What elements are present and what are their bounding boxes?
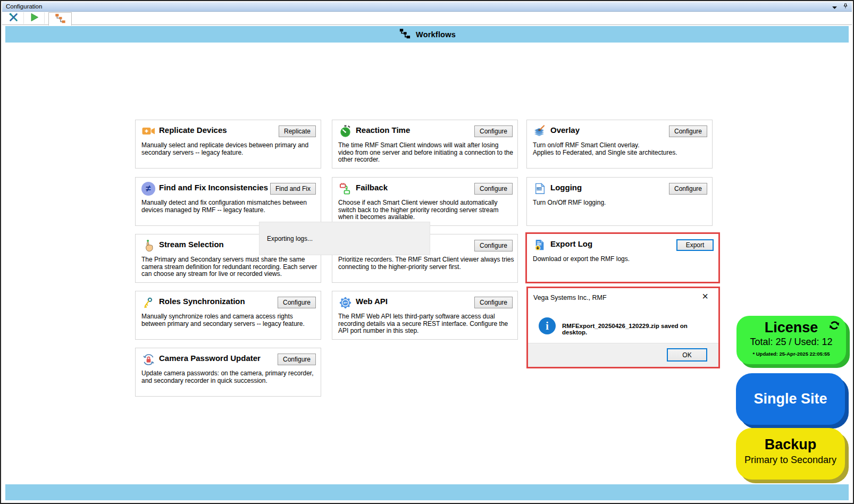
- ok-button[interactable]: OK: [667, 348, 707, 362]
- refresh-icon[interactable]: [828, 320, 840, 333]
- workflow-tab-icon: [54, 13, 66, 26]
- card-title: Roles Synchronization: [159, 297, 245, 306]
- card-description: The RMF Web API lets third-party softwar…: [338, 313, 514, 335]
- configure-failback-button[interactable]: Configure: [474, 183, 513, 195]
- dialog-message: RMFExport_20250426_120229.zip saved on d…: [562, 323, 713, 335]
- card-description: Update camera passwords: on the camera, …: [141, 370, 317, 384]
- card-title: Reaction Time: [356, 125, 410, 135]
- card-overlay: Overlay Configure Turn on/off RMF Smart …: [526, 120, 713, 169]
- card-find-and-fix: ≠ Find and Fix Inconsistencies Find and …: [135, 177, 321, 226]
- single-site-badge: Single Site: [736, 373, 845, 425]
- exporting-logs-status: Exporting logs...: [259, 222, 430, 255]
- license-badge: License Total: 25 / Used: 12 * Updated: …: [736, 316, 846, 364]
- card-title: Web API: [356, 297, 388, 306]
- api-gear-icon: API: [338, 296, 353, 309]
- bottom-band: [5, 484, 849, 500]
- card-roles-synchronization: Roles Synchronization Configure Manually…: [135, 291, 321, 340]
- stopwatch-icon: [338, 124, 353, 138]
- card-description: Manually detect and fix configuration mi…: [141, 199, 317, 214]
- configure-logging-button[interactable]: Configure: [669, 183, 707, 195]
- backup-subtitle: Primary to Secondary: [736, 455, 845, 466]
- app-window: Configuration: [0, 0, 854, 504]
- pin-icon[interactable]: [842, 2, 849, 12]
- configure-priority-button[interactable]: Configure: [474, 240, 513, 251]
- configure-overlay-button[interactable]: Configure: [669, 125, 707, 137]
- card-web-api: API Web API Configure The RMF Web API le…: [332, 291, 518, 340]
- layers-pen-icon: [532, 124, 547, 138]
- card-title: Export Log: [550, 239, 592, 248]
- chevron-down-icon[interactable]: [832, 2, 838, 12]
- card-description: Manually synchronize roles and camera ac…: [141, 313, 317, 327]
- card-title: Failback: [356, 183, 388, 192]
- find-and-fix-button[interactable]: Find and Fix: [270, 183, 316, 195]
- status-text: Exporting logs...: [267, 235, 313, 242]
- backup-title: Backup: [736, 436, 845, 453]
- tools-icon: [9, 12, 19, 24]
- backup-badge: Backup Primary to Secondary: [736, 428, 845, 480]
- card-title: Stream Selection: [159, 240, 224, 249]
- title-bar: Configuration: [2, 2, 852, 12]
- toolbar: [2, 12, 852, 25]
- tools-button[interactable]: [3, 12, 24, 24]
- card-logging: LOG Logging Configure Turn On/Off RMF lo…: [526, 177, 713, 226]
- info-icon: i: [539, 317, 556, 334]
- workflow-icon: [398, 28, 411, 41]
- configure-web-api-button[interactable]: Configure: [474, 297, 513, 308]
- not-equal-icon: ≠: [141, 182, 156, 196]
- configure-roles-button[interactable]: Configure: [278, 297, 316, 308]
- card-description: Prioritize recorders. The RMF Smart Clie…: [338, 256, 514, 271]
- card-title: Replicate Devices: [159, 125, 227, 135]
- configure-reaction-time-button[interactable]: Configure: [474, 125, 513, 137]
- license-updated: * Updated: 25-Apr-2025 22:05:55: [736, 351, 846, 357]
- card-description: The time RMF Smart Client windows will w…: [338, 142, 514, 164]
- key-icon: [141, 296, 156, 309]
- card-description: Choose if each Smart Client viewer shoul…: [338, 199, 514, 221]
- close-icon[interactable]: ×: [699, 290, 711, 302]
- card-description: Turn On/Off RMF logging.: [533, 199, 709, 207]
- log-document-icon: LOG: [532, 182, 547, 196]
- workflows-header: Workflows: [5, 26, 849, 43]
- svg-text:API: API: [343, 301, 347, 304]
- card-title: Logging: [550, 183, 582, 192]
- card-title: Overlay: [550, 125, 580, 135]
- configure-password-button[interactable]: Configure: [278, 354, 316, 365]
- page-title: Workflows: [416, 30, 456, 39]
- card-title: Camera Password Updater: [159, 354, 261, 363]
- card-failback: Failback Configure Choose if each Smart …: [332, 177, 518, 226]
- hand-click-icon: [141, 239, 156, 253]
- card-reaction-time: Reaction Time Configure The time RMF Sma…: [332, 120, 518, 169]
- license-usage: Total: 25 / Used: 12: [736, 337, 846, 348]
- export-log-icon: [532, 238, 547, 252]
- dialog-footer: OK: [528, 343, 718, 367]
- card-export-log: Export Log Export Download or export the…: [525, 232, 720, 283]
- svg-text:LOG: LOG: [537, 188, 542, 190]
- dialog-title: Vega Systems Inc., RMF: [533, 294, 607, 301]
- card-description: Turn on/off RMF Smart Client overlay. Ap…: [533, 142, 709, 156]
- card-replicate-devices: Replicate Devices Replicate Manually sel…: [135, 120, 321, 169]
- card-description: Manually select and replicate devices be…: [141, 142, 317, 156]
- card-camera-password-updater: Camera Password Updater Configure Update…: [135, 348, 321, 397]
- export-button[interactable]: Export: [676, 239, 714, 251]
- failback-icon: [338, 182, 353, 196]
- password-refresh-lock-icon: [141, 352, 156, 366]
- single-site-title: Single Site: [753, 391, 827, 407]
- card-title: Find and Fix Inconsistencies: [159, 183, 268, 192]
- replicate-button[interactable]: Replicate: [279, 125, 316, 137]
- export-result-dialog: Vega Systems Inc., RMF × i RMFExport_202…: [526, 287, 720, 368]
- camera-plus-icon: [141, 124, 156, 138]
- tab-workflows[interactable]: [48, 12, 72, 26]
- card-description: The Primary and Secondary servers must s…: [141, 256, 317, 278]
- card-description: Download or export the RMF logs.: [533, 256, 715, 263]
- window-title: Configuration: [2, 2, 852, 11]
- play-icon: [29, 12, 39, 24]
- run-button[interactable]: [24, 12, 45, 24]
